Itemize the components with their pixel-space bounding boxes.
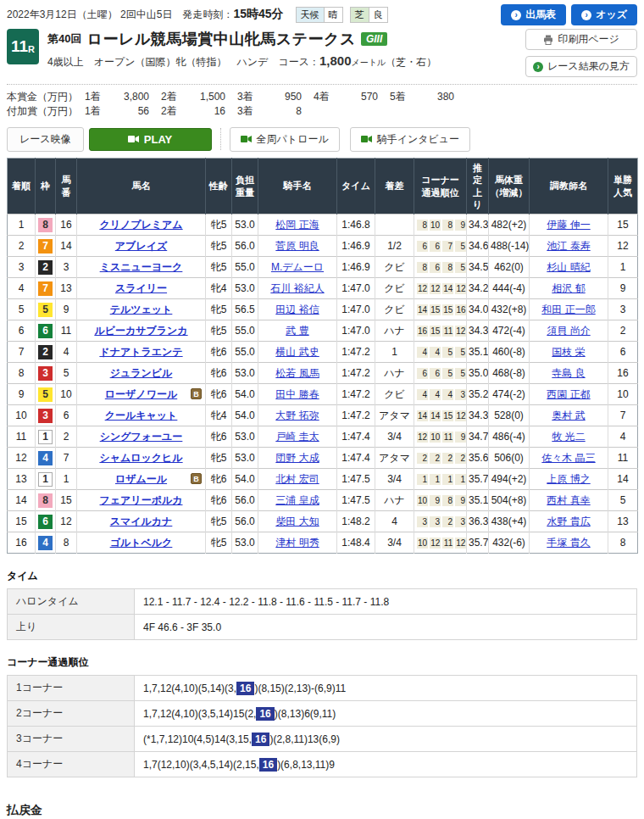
results-column-header: タイム [337,159,375,214]
horse-name-link[interactable]: フェアリーポルカ [100,494,183,506]
frame-badge: 8 [38,493,53,508]
jockey-link[interactable]: 横山 武史 [275,346,319,358]
trainer-link[interactable]: 奥村 武 [552,410,585,421]
results-column-header: 負担重量 [232,159,258,214]
result-guide-button[interactable]: › レース結果の見方 [525,56,637,77]
trainer-link[interactable]: 上原 博之 [547,473,590,485]
horse-name-cell: シャムロックヒル [77,448,206,469]
print-page-label: 印刷用ページ [558,32,619,47]
race-title: ローレル競馬場賞中山牝馬ステークス [86,29,355,49]
horse-name-link[interactable]: ルビーカサブランカ [94,325,187,337]
trainer-link[interactable]: 西村 真幸 [547,494,590,506]
jockey-interview-button[interactable]: 騎手インタビュー [350,127,470,152]
frame-cell: 3 [36,363,56,384]
horse-name-link[interactable]: スマイルカナ [110,515,173,527]
win-popularity: 13 [608,511,638,532]
time-section-heading: タイム [7,569,637,583]
horse-name-cell: ローザノワールB [77,384,206,405]
finish-position: 6 [8,320,36,342]
horse-name-link[interactable]: アブレイズ [115,240,167,252]
jockey-link[interactable]: 松岡 正海 [275,219,319,231]
margin: ハナ [375,363,414,384]
results-tbody: 1816クリノプレミアム牝553.0松岡 正海1:46.88108934.348… [8,214,638,554]
jockey-cell: 団野 大成 [258,448,337,469]
corner-position: 9 [430,495,441,506]
jockey-link[interactable]: 大野 拓弥 [275,410,319,421]
trainer-link[interactable]: 池江 泰寿 [547,240,590,252]
print-page-button[interactable]: 印刷用ページ [525,29,637,50]
result-row: 15612スマイルカナ牝556.0柴田 大知1:48.24332336.3438… [8,511,638,532]
jockey-link[interactable]: 団野 大成 [275,452,319,464]
result-row: 1112シングフォーユー牝653.0戸崎 圭太1:47.43/412101193… [8,426,638,448]
trainer-link[interactable]: 相沢 郁 [552,282,585,294]
corner-position: 5 [442,347,453,358]
trainer-link[interactable]: 佐々木 晶三 [541,452,595,464]
results-column-header: 推定上り [467,159,489,214]
horse-name-link[interactable]: ゴルトベルク [110,537,173,549]
video-button-bar: レース映像 PLAY 全周パトロール 騎手インタビュー [7,127,637,151]
trainer-link[interactable]: 西園 正都 [547,388,590,400]
trainer-link[interactable]: 手塚 貴久 [547,537,590,549]
corner-position: 16 [417,326,428,337]
horse-name-link[interactable]: クールキャット [105,410,178,421]
trainer-link[interactable]: 須貝 尚介 [547,325,590,337]
carried-weight: 55.0 [232,257,258,278]
race-video-button[interactable]: レース映像 [7,127,84,152]
prize-value: 950 [259,90,302,104]
jockey-link[interactable]: M.デムーロ [271,261,324,273]
corner-row-label: 1コーナー [8,676,135,701]
result-row: 9510ローザノワールB牝654.0田中 勝春1:47.2クビ444335.24… [8,384,638,405]
horse-name-link[interactable]: スライリー [115,282,167,294]
horse-name-link[interactable]: シャムロックヒル [99,452,182,464]
entry-table-button[interactable]: › 出馬表 [501,4,566,25]
horse-name-cell: テルツェット [77,299,206,320]
trainer-link[interactable]: 国枝 栄 [552,346,585,358]
jockey-link[interactable]: 武 豊 [286,325,308,337]
horse-weight: 486(-4) [489,426,530,448]
win-popularity: 5 [608,490,638,511]
horse-name-link[interactable]: ドナアトラエンテ [99,346,182,358]
trainer-link[interactable]: 杉山 晴紀 [547,261,590,273]
jockey-cell: 三浦 皇成 [258,490,337,511]
horse-name-cell: ミスニューヨーク [77,257,206,278]
jockey-link[interactable]: 田中 勝春 [275,388,319,400]
conditions-text: 4歳以上 オープン（国際）牝（特指） ハンデ コース： [47,56,319,68]
frame-badge: 2 [38,345,53,359]
jockey-link[interactable]: 菅原 明良 [275,240,319,252]
trainer-link[interactable]: 寺島 良 [552,367,585,379]
jockey-link[interactable]: 石川 裕紀人 [270,282,324,294]
trainer-link[interactable]: 牧 光二 [552,431,585,443]
trainer-link[interactable]: 伊藤 伸一 [547,219,590,231]
jockey-link[interactable]: 田辺 裕信 [275,304,319,315]
prize-value: 56 [107,104,149,119]
horse-name-link[interactable]: クリノプレミアム [99,219,182,231]
play-button[interactable]: PLAY [89,128,212,151]
patrol-video-button[interactable]: 全周パトロール [230,127,340,152]
jockey-link[interactable]: 戸崎 圭太 [275,431,319,443]
corner-positions: 81089 [414,214,467,236]
horse-name-link[interactable]: ロザムール [115,473,167,485]
side-buttons: 印刷用ページ › レース結果の見方 [525,29,637,77]
jockey-link[interactable]: 三浦 皇成 [275,494,319,506]
horse-name-link[interactable]: ミスニューヨーク [100,261,183,273]
jockey-link[interactable]: 北村 宏司 [275,473,319,485]
trainer-link[interactable]: 和田 正一郎 [541,304,595,315]
jockey-link[interactable]: 津村 明秀 [275,537,319,549]
result-row: 835ジュランビル牝653.0松若 風馬1:47.2ハナ665535.0468(… [8,363,638,384]
jockey-link[interactable]: 松若 風馬 [275,367,319,379]
corner-position: 8 [417,220,428,231]
corner-position: 5 [455,241,466,252]
horse-number: 3 [56,257,77,278]
last-3f: 35.1 [467,490,489,511]
results-column-header: 性齢 [206,159,232,214]
jockey-link[interactable]: 柴田 大知 [275,515,319,527]
highlighted-horse-number: 16 [256,707,274,721]
horse-name-link[interactable]: ローザノワール [105,388,177,400]
horse-name-link[interactable]: ジュランビル [110,367,173,379]
odds-button[interactable]: › オッズ [571,4,637,25]
finish-time: 1:47.2 [337,384,375,405]
horse-name-link[interactable]: テルツェット [110,304,173,315]
corner-position: 4 [430,347,441,358]
horse-name-link[interactable]: シングフォーユー [100,431,183,443]
trainer-link[interactable]: 水野 貴広 [547,515,590,527]
